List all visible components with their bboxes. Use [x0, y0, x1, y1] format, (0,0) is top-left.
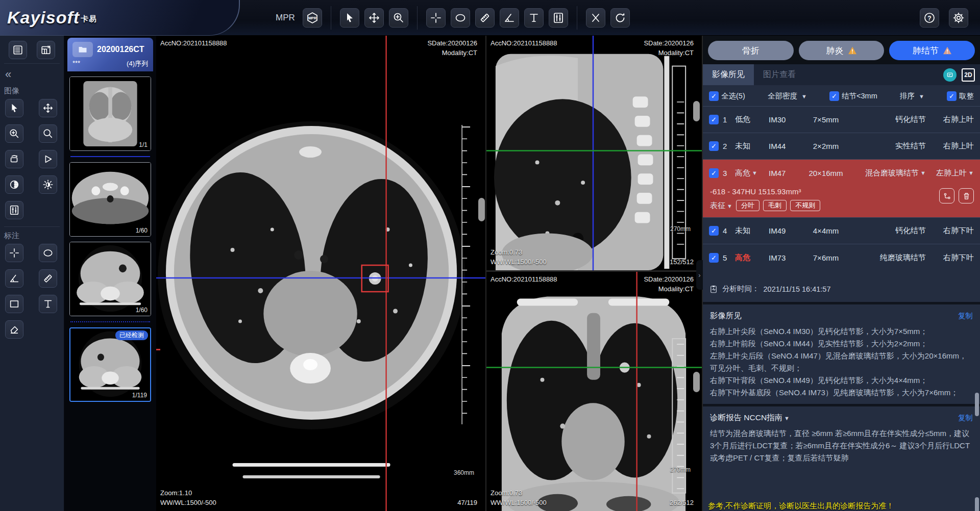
- series-thumbnail-3[interactable]: 1/60: [69, 242, 151, 316]
- reset-button[interactable]: [610, 8, 630, 28]
- window-level-button[interactable]: [549, 8, 568, 28]
- invert-contrast-button[interactable]: [5, 175, 23, 194]
- nodule-checkbox[interactable]: ✓: [709, 115, 719, 124]
- pointer-tool-button[interactable]: [5, 99, 23, 117]
- tab-lung-nodule[interactable]: 肺结节: [889, 41, 975, 60]
- small-nodule-checkbox[interactable]: ✓结节<3mm: [829, 91, 877, 101]
- copy-report-link[interactable]: 复制: [958, 413, 973, 423]
- ruler-annotation-button[interactable]: [39, 269, 57, 288]
- feature-chip[interactable]: 毛刺: [763, 200, 787, 211]
- coronal-study-info: SDate:20200126Modality:CT: [644, 275, 694, 294]
- study-header[interactable]: 20200126CT *** (4)序列: [67, 38, 153, 71]
- feature-dropdown[interactable]: 表征▼: [710, 201, 732, 211]
- tab-image-findings[interactable]: 影像所见: [703, 64, 754, 85]
- pointer-tool-button[interactable]: [340, 8, 359, 28]
- sagittal-scrollbar-thumb[interactable]: [693, 101, 700, 121]
- nodule-row-4[interactable]: ✓ 4 未知 IM49 4×4mm 钙化结节 右肺下叶: [703, 218, 980, 244]
- feature-chip[interactable]: 不规则: [790, 200, 820, 211]
- 2d-view-button[interactable]: 2D: [962, 68, 975, 82]
- nodule-row-5[interactable]: ✓ 5 高危 IM73 7×6mm 纯磨玻璃结节 右肺下叶: [703, 244, 980, 271]
- svg-text:MPR: MPR: [308, 16, 316, 20]
- tab-fracture[interactable]: 骨折: [708, 41, 794, 60]
- scout-xray-image: [70, 77, 151, 150]
- mpr-button[interactable]: MPR: [303, 8, 322, 28]
- help-button[interactable]: ?: [920, 8, 939, 28]
- select-all-checkbox[interactable]: ✓全选(5): [709, 91, 745, 101]
- sagittal-scale-label: 270mm: [670, 225, 691, 234]
- lobe-dropdown[interactable]: 左肺上叶▼: [930, 168, 974, 178]
- rectangle-annotation-button[interactable]: [5, 295, 23, 313]
- risk-dropdown[interactable]: 高危▼: [735, 168, 765, 178]
- round-values-checkbox[interactable]: ✓取整: [947, 91, 974, 101]
- report-bubble-button[interactable]: [943, 68, 957, 82]
- panel-collapse-handle[interactable]: ›: [696, 260, 703, 290]
- text-annotation-button[interactable]: [39, 295, 57, 313]
- nodule-checkbox[interactable]: ✓: [709, 168, 719, 178]
- delete-nodule-button[interactable]: [959, 188, 974, 203]
- copy-findings-link[interactable]: 复制: [958, 311, 973, 321]
- axial-viewport[interactable]: AccNO:202101158888 SDate:20200126Modalit…: [156, 36, 486, 511]
- thumbnail-frame-count: 1/1: [139, 141, 148, 148]
- thumbnail-frame-count: 1/60: [136, 227, 148, 234]
- eraser-button[interactable]: [5, 320, 23, 339]
- window-level-button[interactable]: [5, 201, 23, 219]
- pan-tool-button[interactable]: [39, 99, 57, 117]
- zoom-tool-button[interactable]: [389, 8, 408, 28]
- coronal-viewport[interactable]: AccNO:202101158888 SDate:20200126Modalit…: [486, 272, 702, 511]
- angle-annotation-button[interactable]: [5, 269, 23, 288]
- folder-icon: [72, 42, 93, 57]
- sagittal-accession: AccNO:202101158888: [491, 39, 557, 48]
- ellipse-icon: [42, 247, 54, 259]
- findings-scrollbar-thumb[interactable]: [975, 393, 979, 416]
- axial-scrollbar-thumb[interactable]: [478, 198, 485, 221]
- cine-play-button[interactable]: [39, 150, 57, 168]
- axial-localizer-tick: [156, 349, 160, 350]
- nodule-row-2[interactable]: ✓ 2 未知 IM44 2×2mm 实性结节 右肺上叶: [703, 133, 980, 160]
- coronal-scrollbar-thumb[interactable]: [693, 372, 700, 392]
- feature-chip[interactable]: 分叶: [736, 200, 760, 211]
- series-thumbnail-scout[interactable]: 1/1: [69, 76, 151, 151]
- sort-dropdown[interactable]: 排序▼: [900, 91, 924, 101]
- nodule-checkbox[interactable]: ✓: [709, 253, 719, 263]
- text-tool-button[interactable]: [524, 8, 544, 28]
- nodule-row-3-expanded[interactable]: ✓ 3 高危▼ IM47 20×16mm 混合磨玻璃结节▼ 左肺上叶▼ -618…: [703, 160, 980, 218]
- nodule-checkbox[interactable]: ✓: [709, 141, 719, 151]
- series-thumbnail-selected[interactable]: 已经检测 1/119: [69, 327, 151, 402]
- delete-annotation-button[interactable]: [586, 8, 605, 28]
- report-list-button[interactable]: [9, 41, 27, 59]
- settings-button[interactable]: [949, 8, 968, 28]
- zoom-in-tool-button[interactable]: [5, 124, 23, 143]
- tab-picture-view[interactable]: 图片查看: [754, 64, 805, 85]
- rotate-tool-button[interactable]: [5, 150, 23, 168]
- crosshair-tool-button[interactable]: [426, 8, 446, 28]
- sagittal-viewport[interactable]: AccNO:202101158888 SDate:20200126Modalit…: [486, 36, 702, 272]
- ruler-icon: [42, 273, 54, 284]
- pan-icon: [42, 103, 54, 114]
- magnify-tool-button[interactable]: [39, 124, 57, 143]
- crosshair-annotation-button[interactable]: [5, 244, 23, 262]
- nodule-filter-bar: ✓全选(5) 全部密度▼ ✓结节<3mm 排序▼ ✓取整: [703, 85, 980, 107]
- series-separator: [70, 321, 150, 322]
- axial-slice-index: 47/119: [457, 498, 477, 508]
- eraser-icon: [9, 324, 20, 335]
- ruler-tool-button[interactable]: [475, 8, 495, 28]
- series-thumbnail-2[interactable]: 1/60: [69, 162, 151, 237]
- ellipse-tool-button[interactable]: [451, 8, 470, 28]
- type-dropdown[interactable]: 混合磨玻璃结节▼: [853, 168, 926, 178]
- density-filter-dropdown[interactable]: 全部密度▼: [768, 91, 807, 101]
- nodule-row-1[interactable]: ✓ 1 低危 IM30 7×5mm 钙化结节 右肺上叶: [703, 107, 980, 133]
- tab-pneumonia[interactable]: 肺炎: [799, 41, 885, 60]
- angle-tool-button[interactable]: [500, 8, 519, 28]
- analysis-time-row: 分析时间： 2021/11/15 16:41:57: [703, 271, 980, 302]
- axial-study-info: SDate:20200126Modality:CT: [427, 39, 477, 58]
- brightness-button[interactable]: [39, 175, 57, 194]
- patient-mask: ***: [72, 59, 80, 68]
- followup-button[interactable]: [939, 188, 954, 203]
- nodule-checkbox[interactable]: ✓: [709, 226, 719, 236]
- ellipse-annotation-button[interactable]: [39, 244, 57, 262]
- report-scrollbar-thumb[interactable]: [975, 497, 979, 511]
- collapse-rail-button[interactable]: «: [4, 64, 60, 82]
- pan-tool-button[interactable]: [364, 8, 384, 28]
- layout-close-button[interactable]: [37, 41, 55, 59]
- brightness-icon: [42, 179, 54, 190]
